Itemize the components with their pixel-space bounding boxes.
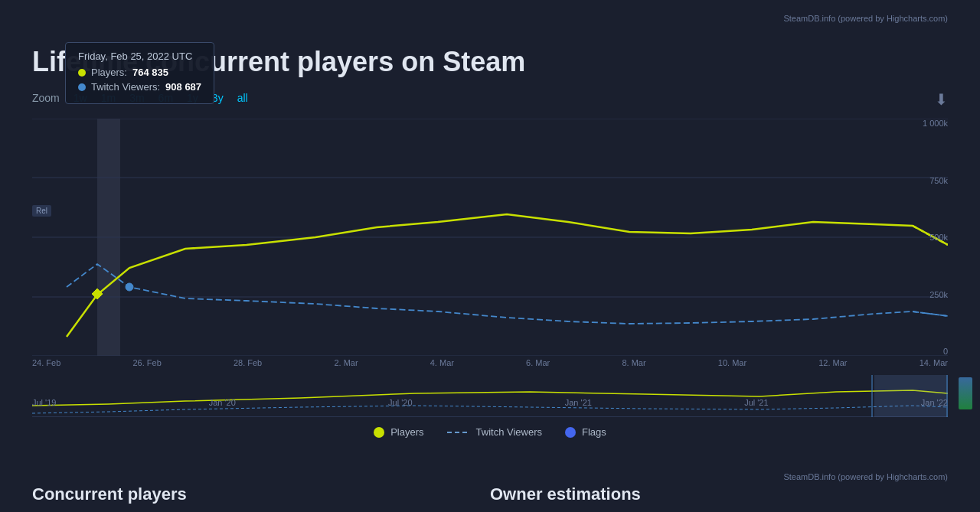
mini-x-5: Jan '22 — [921, 398, 948, 407]
chart-legend: Players Twitch Viewers Flags — [0, 426, 980, 438]
svg-point-6 — [126, 283, 133, 291]
data-tooltip: Friday, Feb 25, 2022 UTC Players: 764 83… — [65, 42, 214, 104]
x-label-8: 12. Mar — [818, 358, 847, 367]
tooltip-players-value: 764 835 — [132, 67, 168, 78]
mini-x-4: Jul '21 — [744, 398, 768, 407]
legend-players-dot — [374, 427, 384, 438]
legend-twitch[interactable]: Twitch Viewers — [447, 426, 542, 438]
mini-x-2: Jul '20 — [388, 398, 412, 407]
svg-marker-5 — [92, 289, 103, 299]
x-label-3: 2. Mar — [334, 358, 358, 367]
mini-x-1: Jan '20 — [209, 398, 236, 407]
x-label-0: 24. Feb — [32, 358, 60, 367]
legend-twitch-line-icon — [447, 428, 470, 437]
legend-flags-label: Flags — [582, 426, 606, 438]
owner-estimations-title: Owner estimations — [490, 484, 948, 504]
y-label-500k: 500k — [929, 233, 948, 242]
svg-rect-7 — [874, 375, 948, 417]
mini-chart[interactable] — [32, 375, 948, 417]
mini-x-3: Jan '21 — [565, 398, 592, 407]
x-label-4: 4. Mar — [430, 358, 454, 367]
legend-flags[interactable]: Flags — [565, 426, 606, 438]
tooltip-twitch-row: Twitch Viewers: 908 687 — [78, 81, 201, 93]
download-button[interactable]: ⬇ — [935, 90, 948, 109]
top-credit: SteamDB.info (powered by Highcharts.com) — [783, 14, 948, 23]
mini-x-axis: Jul '19 Jan '20 Jul '20 Jan '21 Jul '21 … — [32, 398, 948, 407]
tooltip-twitch-label: Twitch Viewers: — [91, 81, 160, 93]
tooltip-date: Friday, Feb 25, 2022 UTC — [78, 51, 201, 62]
legend-players-label: Players — [390, 426, 423, 438]
legend-flags-dot — [565, 427, 576, 438]
section-titles: Concurrent players Owner estimations — [32, 484, 948, 504]
legend-players[interactable]: Players — [374, 426, 423, 438]
rel-badge: Rel — [32, 205, 51, 217]
y-axis: 1 000k 750k 500k 250k 0 — [906, 119, 948, 356]
x-axis: 24. Feb 26. Feb 28. Feb 2. Mar 4. Mar 6.… — [32, 358, 948, 367]
y-label-750k: 750k — [929, 176, 948, 185]
y-label-0: 0 — [943, 347, 948, 356]
tooltip-players-label: Players: — [91, 67, 127, 78]
tooltip-players-dot — [78, 69, 86, 77]
concurrent-players-title: Concurrent players — [32, 484, 490, 504]
zoom-label: Zoom — [32, 92, 60, 104]
bottom-credit: SteamDB.info (powered by Highcharts.com) — [783, 472, 948, 481]
tooltip-twitch-dot — [78, 83, 86, 91]
y-label-1000k: 1 000k — [923, 119, 948, 128]
chart-svg — [32, 119, 948, 356]
svg-rect-9 — [946, 375, 948, 417]
zoom-all[interactable]: all — [237, 92, 248, 104]
y-label-250k: 250k — [929, 290, 948, 299]
x-label-7: 10. Mar — [718, 358, 746, 367]
main-chart[interactable] — [32, 119, 948, 356]
mini-chart-svg — [32, 375, 948, 417]
tooltip-players-row: Players: 764 835 — [78, 67, 201, 78]
x-label-6: 8. Mar — [622, 358, 645, 367]
svg-rect-8 — [871, 375, 873, 417]
legend-twitch-label: Twitch Viewers — [476, 426, 542, 438]
x-label-9: 14. Mar — [920, 358, 948, 367]
x-label-5: 6. Mar — [526, 358, 550, 367]
mini-x-0: Jul '19 — [32, 398, 56, 407]
x-label-1: 26. Feb — [132, 358, 161, 367]
x-label-2: 28. Feb — [234, 358, 262, 367]
tooltip-twitch-value: 908 687 — [165, 81, 201, 93]
mini-chart-bar — [959, 377, 972, 409]
